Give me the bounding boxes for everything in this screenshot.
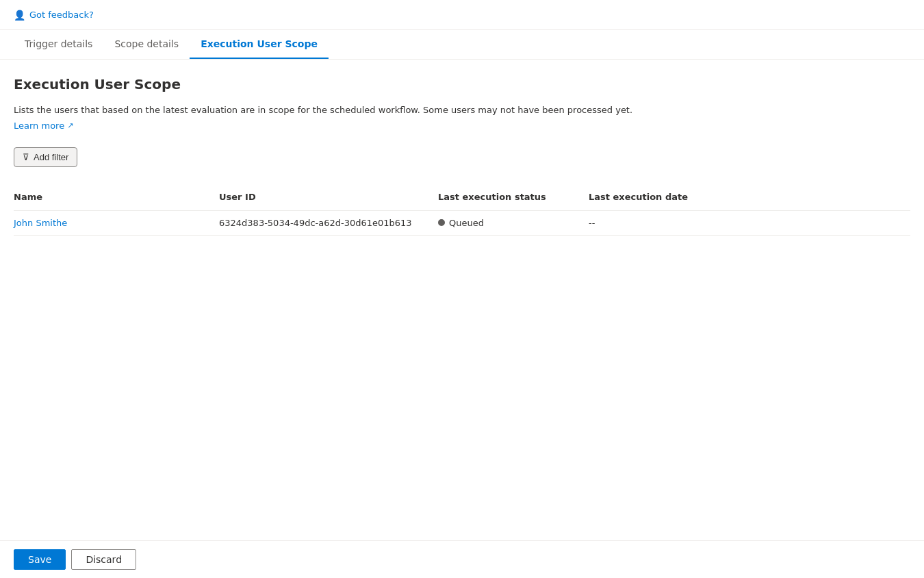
cell-last-execution-date: -- [589, 218, 910, 228]
page-description: Lists the users that based on the latest… [14, 103, 910, 117]
table-container: Name User ID Last execution status Last … [14, 184, 910, 236]
tabs-bar: Trigger details Scope details Execution … [0, 30, 924, 60]
footer-bar: Save Discard [0, 540, 924, 578]
cell-status: Queued [438, 218, 589, 228]
cell-user-id: 6324d383-5034-49dc-a62d-30d61e01b613 [219, 218, 438, 228]
col-header-last-execution-status: Last execution status [438, 189, 589, 205]
main-content: Execution User Scope Lists the users tha… [0, 60, 924, 540]
save-button[interactable]: Save [14, 549, 66, 570]
external-link-icon: ↗️ [67, 121, 73, 130]
table-row: John Smithe 6324d383-5034-49dc-a62d-30d6… [14, 211, 910, 236]
col-header-name: Name [14, 189, 219, 205]
feedback-link[interactable]: 👤 Got feedback? [14, 10, 94, 21]
top-bar: 👤 Got feedback? [0, 0, 924, 30]
tab-execution-user-scope[interactable]: Execution User Scope [190, 30, 329, 59]
add-filter-label: Add filter [34, 152, 68, 162]
filter-bar: ⊽ Add filter [14, 147, 910, 167]
tab-scope-details[interactable]: Scope details [103, 30, 190, 59]
col-header-last-execution-date: Last execution date [589, 189, 910, 205]
add-filter-button[interactable]: ⊽ Add filter [14, 147, 77, 167]
page-title: Execution User Scope [14, 76, 910, 92]
tab-trigger-details[interactable]: Trigger details [14, 30, 103, 59]
learn-more-link[interactable]: Learn more ↗️ [14, 121, 73, 131]
filter-icon: ⊽ [23, 152, 29, 162]
table-header: Name User ID Last execution status Last … [14, 184, 910, 211]
feedback-label: Got feedback? [29, 10, 94, 20]
col-header-user-id: User ID [219, 189, 438, 205]
status-label: Queued [449, 218, 484, 228]
feedback-icon: 👤 [14, 10, 25, 21]
learn-more-label: Learn more [14, 121, 64, 131]
discard-button[interactable]: Discard [71, 549, 136, 570]
cell-name[interactable]: John Smithe [14, 218, 219, 228]
status-dot [438, 219, 445, 226]
